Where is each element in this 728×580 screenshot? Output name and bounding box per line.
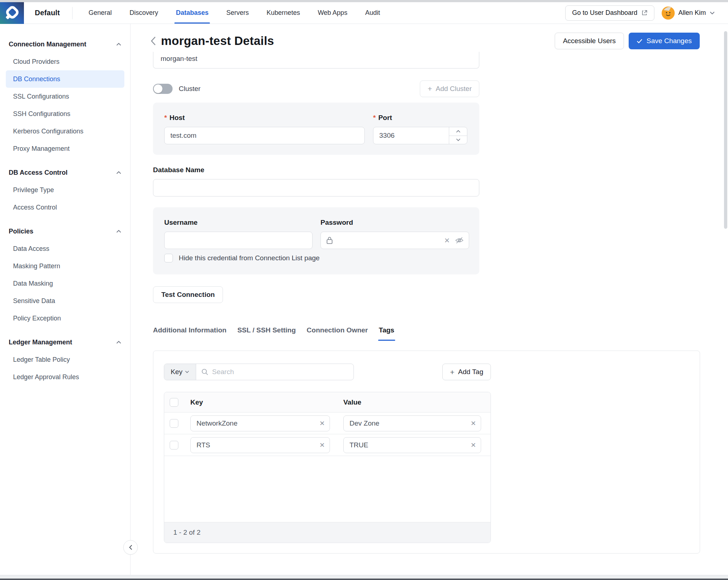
tag-row: ✕ ✕ (164, 434, 491, 456)
tags-pagination: 1 - 2 of 2 (164, 522, 491, 543)
sidebar-item-kerberos-configurations[interactable]: Kerberos Configurations (6, 123, 124, 140)
window-bottom-edge (0, 579, 728, 580)
clear-icon[interactable]: ✕ (319, 442, 325, 448)
row-checkbox[interactable] (170, 419, 178, 428)
sidebar-collapse-button[interactable] (123, 540, 138, 555)
chevron-up-icon[interactable] (116, 229, 121, 233)
username-input[interactable] (164, 232, 313, 249)
sidebar-item-sensitive-data[interactable]: Sensitive Data (6, 292, 124, 310)
accessible-users-button[interactable]: Accessible Users (555, 33, 624, 49)
nav-tab-kubernetes[interactable]: Kubernetes (266, 2, 300, 24)
clear-icon[interactable]: ✕ (319, 420, 325, 427)
search-field-selector[interactable]: Key (164, 364, 196, 380)
sidebar-item-proxy-management[interactable]: Proxy Management (6, 140, 124, 157)
user-name: Allen Kim (678, 9, 706, 17)
sidebar-item-masking-pattern[interactable]: Masking Pattern (6, 257, 124, 275)
window-top-edge (0, 0, 728, 2)
divider (72, 7, 73, 19)
avatar (662, 7, 675, 20)
hide-credential-checkbox[interactable] (164, 254, 173, 262)
dashboard-button-label: Go to User Dashboard (572, 9, 637, 17)
tab-connection-owner[interactable]: Connection Owner (307, 326, 368, 341)
host-label: Host (169, 114, 185, 122)
org-name: Default (35, 9, 60, 17)
window-bottom-strip (0, 575, 728, 579)
vertical-scrollbar[interactable] (724, 31, 727, 229)
detail-tabs: Additional Information SSL / SSH Setting… (153, 326, 479, 341)
port-label: Port (378, 114, 392, 122)
chevron-up-icon[interactable] (116, 340, 121, 344)
tag-search-input[interactable] (212, 368, 348, 376)
section-title: DB Access Control (9, 169, 67, 177)
database-name-input[interactable] (153, 179, 479, 196)
sidebar-item-data-masking[interactable]: Data Masking (6, 275, 124, 292)
port-decrement-button[interactable] (449, 136, 467, 144)
eye-off-icon[interactable] (455, 237, 464, 244)
page-title: morgan-test Details (161, 34, 274, 48)
username-label: Username (164, 219, 198, 227)
sidebar-section-connection-management: Connection Management Cloud Providers DB… (0, 36, 130, 157)
tab-tags[interactable]: Tags (379, 326, 394, 341)
nav-tab-audit[interactable]: Audit (365, 2, 380, 24)
save-changes-button[interactable]: Save Changes (629, 33, 700, 49)
tag-row: ✕ ✕ (164, 413, 491, 434)
section-title: Ledger Management (9, 339, 72, 346)
row-checkbox[interactable] (170, 441, 178, 450)
tag-value-input[interactable] (343, 437, 481, 453)
tags-panel: Key + Add Tag (153, 351, 700, 554)
host-port-panel: * Host * Port 3306 (153, 103, 479, 155)
select-all-checkbox[interactable] (170, 398, 178, 407)
sidebar-item-ssl-configurations[interactable]: SSL Configurations (6, 88, 124, 105)
tags-table-header: Key Value (164, 392, 491, 413)
nav-tab-discovery[interactable]: Discovery (129, 2, 158, 24)
tab-additional-information[interactable]: Additional Information (153, 326, 227, 341)
tab-ssl-ssh-setting[interactable]: SSL / SSH Setting (237, 326, 296, 341)
user-menu[interactable]: Allen Kim (662, 7, 715, 20)
external-link-icon (641, 10, 648, 16)
tag-key-input[interactable] (190, 437, 330, 453)
go-to-user-dashboard-button[interactable]: Go to User Dashboard (565, 5, 654, 21)
sidebar-item-policy-exception[interactable]: Policy Exception (6, 310, 124, 327)
main-content: morgan-test Details Accessible Users Sav… (131, 24, 728, 575)
tags-table: Key Value ✕ ✕ (164, 392, 491, 543)
port-input[interactable]: 3306 (373, 127, 467, 144)
sidebar: Connection Management Cloud Providers DB… (0, 24, 131, 575)
sidebar-item-ledger-table-policy[interactable]: Ledger Table Policy (6, 351, 124, 368)
hide-credential-label: Hide this credential from Connection Lis… (179, 254, 320, 262)
password-clear-icon[interactable]: ✕ (444, 237, 450, 244)
nav-tab-servers[interactable]: Servers (226, 2, 249, 24)
sidebar-item-access-control[interactable]: Access Control (6, 199, 124, 216)
back-button[interactable] (148, 36, 159, 46)
sidebar-item-cloud-providers[interactable]: Cloud Providers (6, 53, 124, 70)
tag-value-input[interactable] (343, 415, 481, 431)
nav-tab-web-apps[interactable]: Web Apps (318, 2, 347, 24)
search-icon (201, 368, 208, 376)
tag-key-input[interactable] (190, 415, 330, 431)
clear-icon[interactable]: ✕ (471, 442, 476, 448)
sidebar-section-db-access-control: DB Access Control Privilege Type Access … (0, 164, 130, 216)
host-input[interactable] (164, 127, 365, 144)
port-increment-button[interactable] (449, 127, 467, 136)
sidebar-item-ssh-configurations[interactable]: SSH Configurations (6, 105, 124, 123)
add-tag-button[interactable]: + Add Tag (442, 364, 491, 380)
chevron-up-icon[interactable] (116, 171, 121, 174)
check-icon (637, 39, 642, 44)
required-asterisk: * (373, 114, 376, 122)
cluster-toggle[interactable] (153, 84, 173, 94)
add-cluster-button[interactable]: + Add Cluster (420, 80, 479, 97)
connection-name-input[interactable]: morgan-test (153, 52, 479, 69)
column-header-value: Value (343, 398, 361, 406)
column-header-key: Key (190, 398, 203, 406)
sidebar-item-privilege-type[interactable]: Privilege Type (6, 181, 124, 199)
nav-tab-databases[interactable]: Databases (176, 2, 208, 24)
sidebar-item-data-access[interactable]: Data Access (6, 240, 124, 257)
required-asterisk: * (164, 114, 167, 122)
querypie-logo[interactable] (0, 0, 24, 24)
test-connection-button[interactable]: Test Connection (153, 286, 223, 303)
chevron-up-icon[interactable] (116, 42, 121, 46)
sidebar-item-ledger-approval-rules[interactable]: Ledger Approval Rules (6, 368, 124, 386)
password-label: Password (320, 219, 353, 227)
sidebar-item-db-connections[interactable]: DB Connections (6, 70, 124, 88)
nav-tab-general[interactable]: General (88, 2, 112, 24)
clear-icon[interactable]: ✕ (471, 420, 476, 427)
